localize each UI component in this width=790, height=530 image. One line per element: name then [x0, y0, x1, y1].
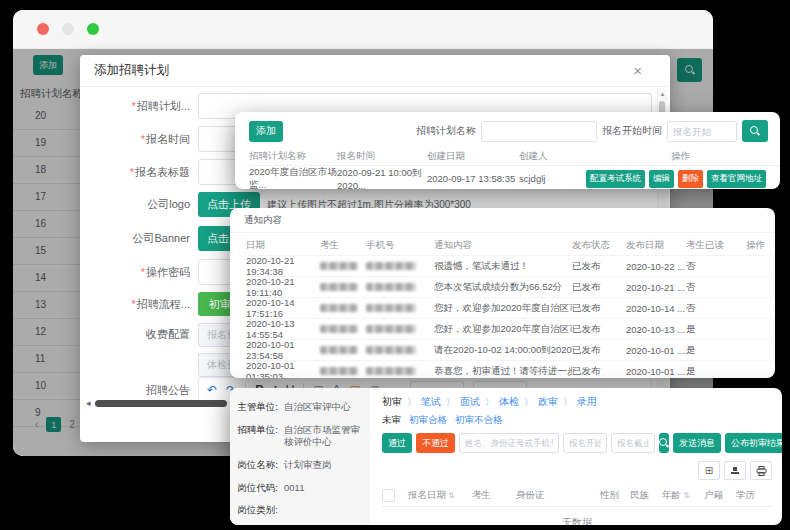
row-action-button[interactable]: 编辑 [649, 170, 674, 188]
content-cell: 您好，欢迎参加2020年度自治区市场... [434, 323, 572, 336]
candidate-cell [320, 303, 366, 314]
column-header: 年龄⇅ [662, 489, 704, 502]
send-message-button[interactable]: 发送消息 [673, 433, 721, 453]
status-cell: 已发布 [572, 302, 626, 315]
content-cell: 恭喜您，初审通过！请等待进一步通知 [434, 365, 572, 378]
column-header: 学历 [736, 489, 766, 502]
step-separator-icon: 〉 [563, 396, 572, 409]
fail-button[interactable]: 不通过 [416, 433, 455, 453]
info-label: 招聘单位: [236, 424, 278, 448]
status-filter[interactable]: 初审合格 [409, 414, 447, 427]
date-cell: 2020-10-13 14:55:54 [246, 318, 320, 340]
maximize-window-icon[interactable] [87, 23, 99, 35]
info-item: 岗位名称:计划审查岗 [236, 459, 360, 471]
step-tab[interactable]: 体检 [499, 395, 519, 409]
table-row: 2020年度自治区市场监... 2020-09-21 10:00到2020...… [249, 166, 780, 189]
sort-icon[interactable]: ⇅ [448, 491, 455, 500]
horizontal-scrollbar[interactable]: ◂ [86, 398, 227, 408]
notice-title: 通知内容 [230, 208, 775, 233]
column-header: 手机号 [366, 239, 434, 252]
column-header: 报名日期⇅ [408, 489, 472, 502]
row-action-button[interactable]: 查看官网地址 [707, 170, 766, 188]
step-tabs: 初审〉笔试〉面试〉体检〉政审〉录用 [382, 395, 772, 409]
read-cell: 否 [686, 281, 746, 294]
status-cell: 已发布 [572, 281, 626, 294]
scroll-left-icon[interactable]: ◂ [86, 398, 91, 408]
columns-icon[interactable]: ⊞ [698, 461, 720, 480]
read-cell: 是 [686, 323, 746, 336]
candidate-search-input[interactable] [459, 433, 559, 453]
step-tab[interactable]: 面试 [460, 395, 480, 409]
column-header: 民族 [630, 489, 662, 502]
signup-start-input[interactable] [563, 433, 607, 453]
screen: 添加 招聘计划名称 20191817161514131211109 ‹ 1 2 … [0, 0, 790, 530]
info-label: 主管单位: [236, 401, 278, 413]
search-button[interactable] [659, 433, 669, 453]
content-cell: 您本次笔试成绩分数为66.52分 [434, 281, 572, 294]
row-action-button[interactable]: 删除 [678, 170, 703, 188]
date-cell: 2020-10-21 19:34:38 [246, 255, 320, 277]
candidate-cell [320, 261, 366, 272]
review-main: 初审〉笔试〉面试〉体检〉政审〉录用 未审初审合格初审不合格 通过 不通过 发送消… [370, 388, 782, 525]
column-header: 考生已读 [686, 239, 746, 252]
column-header: 招聘计划名称 [249, 150, 337, 163]
notice-table-body: 2020-10-21 19:34:38很遗憾，笔试未通过！已发布2020-10-… [246, 256, 775, 378]
read-cell: 否 [686, 260, 746, 273]
print-icon[interactable] [750, 461, 772, 480]
password-label: 操作密码 [146, 266, 190, 278]
sort-icon[interactable]: ⇅ [683, 491, 690, 500]
banner-label: 公司Banner [80, 231, 198, 246]
scroll-up-icon[interactable]: ▴ [658, 89, 667, 99]
select-all-checkbox[interactable] [382, 489, 395, 502]
info-label: 岗位类别: [236, 504, 278, 516]
plan-list-panel: 添加 招聘计划名称 报名开始时间 招聘计划名称报名时间创建日期创建人操作 202… [235, 112, 780, 189]
close-icon[interactable]: × [633, 62, 642, 79]
status-filters: 未审初审合格初审不合格 [382, 414, 772, 427]
column-header: 发布状态 [572, 239, 626, 252]
undo-icon[interactable]: ↶ [207, 384, 217, 396]
candidate-cell [320, 366, 366, 377]
stamp-icon[interactable] [724, 461, 746, 480]
minimize-window-icon[interactable] [62, 23, 74, 35]
hscroll-thumb[interactable] [95, 400, 227, 407]
read-cell: 是 [686, 365, 746, 378]
column-header: 操作 [581, 150, 780, 163]
plan-time-cell: 2020-09-21 10:00到2020... [337, 167, 427, 190]
printer-icon [756, 466, 767, 476]
read-cell: 是 [686, 344, 746, 357]
table-row: 2020-10-01 23:54:58请在2020-10-02 14:00:00… [246, 340, 775, 361]
table-row: 2020-10-13 14:55:54您好，欢迎参加2020年度自治区市场...… [246, 319, 775, 340]
step-tab[interactable]: 录用 [577, 395, 597, 409]
signup-start-input[interactable] [667, 121, 737, 142]
close-window-icon[interactable] [37, 23, 49, 35]
date-cell: 2020-10-21 19:11:40 [246, 276, 320, 298]
step-tab[interactable]: 笔试 [421, 395, 441, 409]
pass-button[interactable]: 通过 [382, 433, 412, 453]
status-filter[interactable]: 初审不合格 [455, 414, 503, 427]
column-header: 创建人 [519, 150, 581, 163]
step-tab[interactable]: 政审 [538, 395, 558, 409]
info-label: 岗位名称: [236, 459, 278, 471]
add-plan-button[interactable]: 添加 [249, 121, 283, 142]
notice-panel: 通知内容 日期考生手机号通知内容发布状态发布日期考生已读操作 2020-10-2… [230, 208, 775, 378]
column-header: 身份证 [516, 489, 600, 502]
announcement-label: 招聘公告 [80, 383, 198, 398]
search-button[interactable] [742, 120, 768, 142]
phone-cell [366, 261, 434, 272]
column-header: 发布日期 [626, 239, 686, 252]
flow-label: 招聘流程... [137, 298, 190, 310]
plan-name-search-input[interactable] [481, 121, 597, 142]
info-item: 岗位代码:0011 [236, 482, 360, 494]
search-icon [750, 126, 760, 136]
signup-end-input[interactable] [611, 433, 655, 453]
step-tab[interactable]: 初审 [382, 395, 402, 409]
publish-result-button[interactable]: 公布初审结果 [725, 433, 782, 453]
status-filter[interactable]: 未审 [382, 414, 401, 427]
content-cell: 很遗憾，笔试未通过！ [434, 260, 572, 273]
column-header: 考生 [320, 239, 366, 252]
empty-state: 无数据 [382, 507, 772, 525]
row-action-button[interactable]: 配置考试系统 [586, 170, 645, 188]
plan-search-bar: 招聘计划名称 报名开始时间 [416, 120, 768, 142]
signup-time-label: 报名时间 [146, 133, 190, 145]
modal-header: 添加招聘计划 × [80, 55, 670, 87]
